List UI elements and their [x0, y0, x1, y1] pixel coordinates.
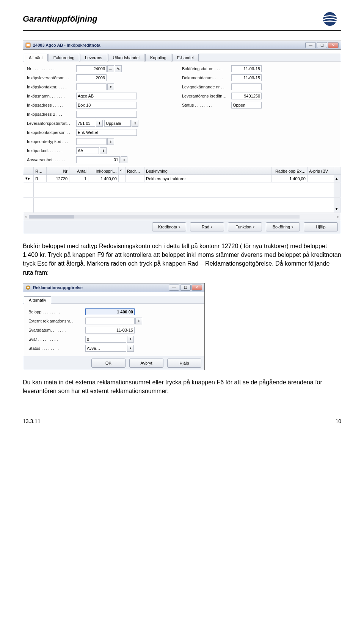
inkopark-lookup-button[interactable]	[100, 147, 107, 154]
tab-allmant[interactable]: Allmänt	[24, 54, 48, 61]
levkred-field[interactable]	[231, 93, 262, 99]
levkred-label: Leverantörens kreditn…	[182, 94, 231, 98]
col-nr[interactable]: Nr	[47, 167, 69, 175]
status2-dropdown-button[interactable]	[127, 345, 134, 352]
svar-label: Svar . . . . . . . . .	[28, 337, 85, 341]
levpost-field[interactable]	[76, 120, 95, 127]
levgodk-field[interactable]	[231, 83, 262, 90]
col-radbel[interactable]: Radbelopp Ex…	[271, 167, 308, 175]
tab-leverans[interactable]: Leverans	[80, 54, 107, 61]
minimize-button[interactable]: —	[169, 285, 179, 291]
window-title: Reklamationsuppgörelse	[33, 285, 166, 290]
inkadr-field[interactable]	[76, 102, 137, 109]
levpost-label: Leverantörspostnr/ort. .	[27, 121, 76, 126]
window-icon	[25, 42, 31, 48]
vscroll-up-icon[interactable]: ▴	[334, 175, 341, 182]
inkkontakt-lookup-button[interactable]	[107, 83, 114, 90]
svar-field[interactable]	[85, 336, 126, 343]
inkadr2-field[interactable]	[76, 111, 137, 118]
grid-row[interactable]: ✶▸ R.. 12720 1 1 400,00 Rekl ers nya tra…	[23, 175, 341, 182]
inknamn-label: Inköpsnamn. . . . . . .	[27, 94, 76, 98]
col-pilcrow[interactable]: ¶	[119, 167, 126, 175]
funktion-button[interactable]: Funktion▾	[228, 222, 262, 231]
tab-alternativ[interactable]: Alternativ	[24, 296, 51, 304]
titlebar: Reklamationsuppgörelse — ☐ ✕	[23, 283, 204, 292]
inknamn-field[interactable]	[76, 93, 137, 99]
inkkontakt-field[interactable]	[76, 83, 107, 90]
paragraph-1: Bokför beloppet med radtyp Redovisningsk…	[23, 242, 341, 277]
logo-icon	[318, 11, 341, 27]
status2-field[interactable]	[85, 345, 126, 352]
svar-dropdown-button[interactable]	[127, 336, 134, 343]
levgodk-label: Lev.godkännande nr . .	[182, 85, 231, 89]
close-button[interactable]: ✕	[328, 42, 339, 48]
levort-field[interactable]	[104, 120, 131, 127]
nr-edit-button[interactable]	[115, 65, 122, 72]
ansvar-lookup-button[interactable]	[121, 156, 127, 163]
window-title: 24003 Agco AB - Inköpskreditnota	[33, 43, 303, 47]
form-left-column: Nr . . . . . . . . . .… Inköpsleverantör…	[27, 65, 182, 165]
grid-row[interactable]	[23, 198, 341, 205]
bokforing-button[interactable]: Bokföring▾	[266, 222, 300, 231]
col-inkpris[interactable]: Inköpspri…	[88, 167, 119, 175]
inkorder-field[interactable]	[76, 138, 107, 145]
tab-fakturering[interactable]: Fakturering	[49, 54, 80, 61]
tab-utlandshandel[interactable]: Utlandshandel	[108, 54, 144, 61]
hjalp-button[interactable]: Hjälp	[304, 222, 338, 231]
inkperson-field[interactable]	[76, 129, 137, 136]
status-field[interactable]	[231, 102, 262, 109]
line-grid: R… Nr Antal Inköpspri… ¶ Radr… Beskrivni…	[23, 167, 341, 220]
rad-button[interactable]: Rad▾	[190, 222, 224, 231]
inklev-field[interactable]	[76, 74, 107, 81]
page-footer: 13.3.11 10	[23, 418, 341, 424]
grid-row[interactable]	[23, 182, 341, 190]
inkopark-field[interactable]	[76, 147, 99, 154]
levpost-lookup-button[interactable]	[96, 120, 103, 127]
col-rtype[interactable]: R…	[34, 167, 47, 175]
cell-radr	[126, 175, 144, 182]
col-sel[interactable]	[23, 167, 34, 175]
col-beskr[interactable]: Beskrivning	[144, 167, 271, 175]
grid-row[interactable]: ▾	[23, 205, 341, 213]
ext-lookup-button[interactable]	[135, 318, 142, 324]
gear-icon	[25, 285, 31, 290]
nr-lookup-button[interactable]: …	[107, 65, 114, 72]
minimize-button[interactable]: —	[305, 42, 316, 48]
inkorder-lookup-button[interactable]	[107, 138, 114, 145]
tab-ehandel[interactable]: E-handel	[172, 54, 199, 61]
inkkontakt-label: Inköpskontaktnr. . . . .	[27, 85, 76, 89]
svarsdat-field[interactable]	[85, 327, 135, 334]
maximize-button[interactable]: ☐	[180, 285, 191, 291]
nr-field[interactable]	[76, 65, 107, 72]
kreditnota-button[interactable]: Kreditnota▾	[152, 222, 186, 231]
ext-field[interactable]	[85, 318, 135, 324]
belopp-field[interactable]	[85, 308, 135, 315]
svg-point-5	[27, 287, 29, 288]
ansvar-label: Ansvarsenhet. . . . . .	[27, 157, 76, 162]
avbryt-button[interactable]: Avbryt	[129, 359, 163, 368]
titlebar: 24003 Agco AB - Inköpskreditnota — ☐ ✕	[23, 41, 341, 50]
levort-lookup-button[interactable]	[132, 120, 138, 127]
dokdat-field[interactable]	[231, 74, 262, 81]
ansvar-field[interactable]	[76, 156, 120, 163]
col-apris[interactable]: A-pris (BV	[308, 167, 334, 175]
col-antal[interactable]: Antal	[69, 167, 88, 175]
cell-pris: 1 400,00	[88, 175, 119, 182]
tabs: Alternativ	[23, 296, 204, 304]
bokdat-field[interactable]	[231, 65, 262, 72]
col-scroll	[334, 167, 341, 175]
grid-row[interactable]	[23, 190, 341, 198]
footer-date: 13.3.11	[23, 418, 41, 424]
footer-page: 10	[335, 418, 341, 424]
status2-label: Status . . . . . . . .	[28, 346, 85, 351]
inkadr2-label: Inköpsadress 2 . . . .	[27, 112, 76, 116]
close-button[interactable]: ✕	[191, 285, 202, 291]
ok-button[interactable]: OK	[91, 359, 126, 368]
maximize-button[interactable]: ☐	[317, 42, 327, 48]
window-reklamationsuppgorelse: Reklamationsuppgörelse — ☐ ✕ Alternativ …	[23, 283, 205, 370]
tab-koppling[interactable]: Koppling	[145, 54, 171, 61]
col-radr[interactable]: Radr…	[126, 167, 144, 175]
hjalp-button[interactable]: Hjälp	[167, 359, 201, 368]
hscroll[interactable]: ◂▸	[23, 213, 341, 220]
inkorder-label: Inköpsordertypkod . . .	[27, 139, 76, 144]
